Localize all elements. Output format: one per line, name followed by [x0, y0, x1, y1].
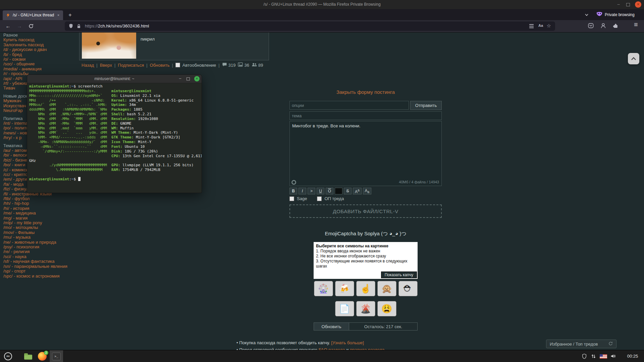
sidebar-item[interactable]: /mov/ - Фильмы — [3, 230, 76, 235]
thread-nav-link[interactable]: Вверх — [100, 63, 112, 68]
window-close-button[interactable]: × — [635, 1, 641, 8]
bookmark-star-icon[interactable]: ☆ — [547, 23, 551, 29]
file-manager-button[interactable] — [21, 350, 35, 362]
format-sub-button[interactable]: Aa — [363, 188, 372, 194]
extensions-icon[interactable] — [613, 23, 620, 30]
captcha-refresh-button[interactable]: Обновить — [314, 322, 349, 330]
terminal-titlebar[interactable]: mintuser@linuxmint: ~ – × — [27, 75, 202, 83]
mint-menu-button[interactable]: lm — [1, 350, 15, 362]
terminal-minimize-button[interactable]: – — [176, 75, 184, 83]
format-strike-button[interactable]: S — [344, 188, 352, 194]
post-image-thumbnail[interactable] — [82, 33, 136, 59]
show-captcha-button[interactable]: Показать капчу — [381, 272, 417, 278]
keyboard-layout-us-flag-icon[interactable] — [600, 354, 607, 359]
sidebar-item[interactable]: /o/ - оэкаки — [3, 57, 76, 62]
captcha-instruction-1: 1. Порядок ввода иконок не важен — [316, 249, 415, 254]
sidebar-item[interactable]: /ftb/ - футбол — [3, 196, 76, 201]
favorites-top-threads-bar[interactable]: Избранное / Топ тредов — [546, 340, 616, 348]
tray-shield-icon[interactable] — [582, 354, 587, 360]
terminal-taskbar-button[interactable]: >_ — [50, 350, 63, 362]
translate-icon[interactable]: Aa — [538, 23, 543, 27]
format-overline-button[interactable]: O — [326, 188, 333, 194]
window-minimize-button[interactable]: – — [614, 0, 623, 9]
format-quote-button[interactable]: > — [308, 188, 315, 194]
sidebar-item[interactable]: /sf/ - научная фантастика — [3, 259, 76, 264]
footer-note-link[interactable]: [Узнать больше] — [331, 340, 364, 345]
menu-icon[interactable]: ≡ — [634, 21, 638, 28]
window-maximize-button[interactable] — [623, 0, 633, 9]
sidebar-item[interactable]: /hh/ - hip-hop — [3, 201, 76, 206]
firefox-taskbar-button[interactable]: 2 — [36, 350, 49, 362]
sidebar-item[interactable]: /mu/ - музыка — [3, 235, 76, 240]
thread-nav-link[interactable]: Подписаться — [118, 63, 144, 68]
captcha-emoji-button[interactable]: 🍻 — [335, 281, 354, 296]
captcha-emoji-button[interactable]: 🙊 — [377, 281, 396, 296]
captcha-emoji-button[interactable]: 😩 — [377, 301, 396, 316]
sidebar-item[interactable]: /ne/ - животные и природа — [3, 240, 76, 245]
textarea-corner-icon[interactable] — [291, 180, 296, 185]
format-bold-button[interactable]: B — [289, 188, 297, 194]
op-checkbox[interactable] — [317, 196, 322, 201]
subject-input[interactable] — [289, 111, 442, 120]
tracking-protection-shield-icon[interactable] — [69, 23, 73, 30]
browser-tab[interactable]: /s/ - GNU+Linux thread #2090 × — [3, 10, 63, 20]
add-file-dropzone[interactable]: ДОБАВИТЬ ФАЙЛ/CTRL-V — [289, 204, 442, 218]
format-sup-button[interactable]: Aa — [353, 188, 362, 194]
submit-button[interactable]: Отправить — [410, 101, 442, 110]
sidebar-item[interactable]: /sci/ - наука — [3, 254, 76, 259]
back-button[interactable]: ← — [3, 22, 13, 31]
url-bar[interactable]: https://2ch.hk/s/res/3602436.html Aa ☆ — [65, 21, 555, 31]
sidebar-item[interactable]: /sn/ - паранормальные явления — [3, 264, 76, 269]
footer-note-link[interactable]: FAQ раздела — [319, 347, 345, 350]
terminal-window[interactable]: mintuser@linuxmint: ~ – × mintuser@linux… — [27, 74, 202, 193]
sidebar-item[interactable]: /mo/ - мотоциклы — [3, 225, 76, 230]
captcha-instruction-3: 3. Отсутствующие иконки появятся в следу… — [316, 259, 415, 269]
thread-nav-link[interactable]: Назад — [82, 63, 94, 68]
connection-lock-icon[interactable] — [77, 24, 81, 30]
volume-icon[interactable] — [610, 354, 616, 360]
favorites-refresh-icon[interactable] — [608, 341, 613, 347]
terminal-maximize-button[interactable] — [184, 75, 192, 83]
captcha-emoji-button[interactable]: 📄 — [335, 301, 354, 316]
comment-textarea[interactable]: Минтобог в треде. Все на колени. — [289, 121, 442, 186]
sidebar-item[interactable]: Купить пасскод — [3, 38, 76, 42]
thread-nav-link[interactable]: Обновить — [150, 63, 170, 68]
sidebar-item[interactable]: /re/ - религия — [3, 249, 76, 254]
captcha-emoji-button[interactable]: 🎡 — [314, 281, 333, 296]
reader-view-icon[interactable] — [529, 24, 534, 28]
sidebar-item[interactable]: /hi/ - история — [3, 206, 76, 211]
tray-network-icon[interactable] — [591, 354, 596, 360]
sidebar-item[interactable]: /soc/ - общение — [3, 62, 76, 66]
reload-button[interactable] — [26, 22, 36, 32]
options-input[interactable] — [289, 101, 409, 110]
forward-button[interactable]: → — [15, 22, 24, 31]
list-all-tabs-chevron-icon[interactable] — [584, 12, 590, 18]
taskbar-clock[interactable]: 00:25 — [623, 350, 642, 362]
sidebar-item[interactable]: Залогинить пасскод — [3, 43, 76, 47]
new-tab-button[interactable]: + — [66, 11, 74, 19]
sidebar-item[interactable]: /me/ - медицина — [3, 211, 76, 216]
captcha-emoji-button[interactable]: ⛑ — [398, 281, 418, 296]
format-spoiler-button[interactable] — [335, 188, 342, 194]
scroll-to-top-button[interactable] — [628, 53, 639, 64]
sidebar-item[interactable]: /psy/ - психология — [3, 245, 76, 249]
tab-close-icon[interactable]: × — [56, 13, 61, 18]
sidebar-item[interactable]: /mg/ - магия — [3, 216, 76, 221]
captcha-emoji-button[interactable]: ☝ — [356, 281, 375, 296]
close-posting-form-link[interactable]: Закрыть форму постинга — [289, 89, 442, 95]
captcha-emoji-button[interactable]: 🌋 — [356, 301, 375, 316]
sage-checkbox[interactable] — [289, 196, 294, 201]
sidebar-item[interactable]: /b/ - бред — [3, 52, 76, 57]
save-to-pocket-icon[interactable] — [588, 23, 595, 30]
terminal-close-button[interactable]: × — [194, 76, 200, 81]
sidebar-item[interactable]: /spc/ - космос и астрономия — [3, 274, 76, 279]
footer-note-link[interactable]: правила раздела — [350, 347, 384, 350]
sidebar-item[interactable]: /media/ - анимация — [3, 67, 76, 71]
account-icon[interactable] — [600, 23, 608, 30]
sidebar-item[interactable]: /sp/ - спорт — [3, 269, 76, 274]
autoupdate-checkbox[interactable] — [175, 63, 180, 67]
format-underline-button[interactable]: U — [317, 188, 324, 194]
sidebar-item[interactable]: /mlp/ - my little pony — [3, 221, 76, 225]
sidebar-item[interactable]: /d/ - дискуссии о двач — [3, 47, 76, 52]
format-italic-button[interactable]: I — [299, 188, 306, 194]
